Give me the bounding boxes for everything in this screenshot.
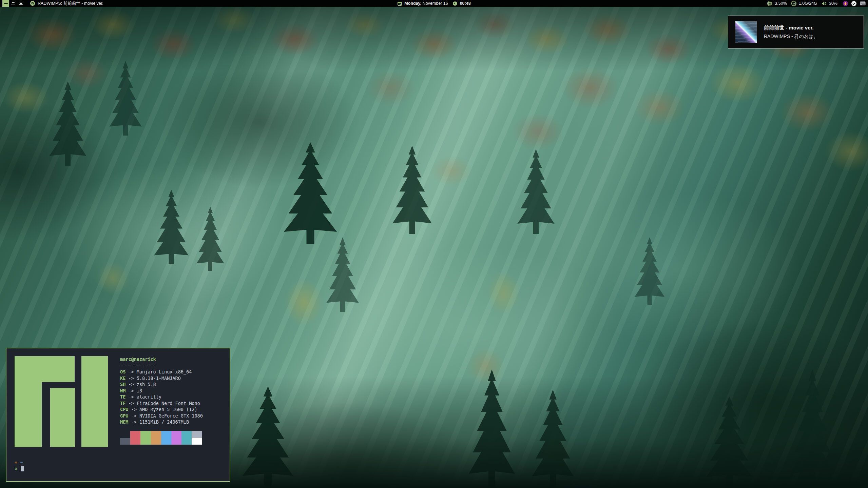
notification-title: 前前前世 - movie ver. (764, 25, 818, 31)
user-host-label: marc@nazarick (120, 356, 203, 363)
palette-swatch (161, 438, 171, 445)
neofetch-output: marc@nazarick ------------- OS -> Manjar… (15, 356, 230, 447)
palette-swatch (151, 438, 161, 445)
workspace-2-button[interactable] (10, 0, 17, 7)
alacritty-terminal-window: marc@nazarick ------------- OS -> Manjar… (6, 348, 230, 482)
shell-prompt[interactable]: » ~ λ (15, 459, 230, 472)
bar-right-modules: CPU 3.50% 1,0G/24G (767, 1, 866, 6)
palette-swatch (130, 438, 140, 445)
time-label: 00:48 (460, 1, 471, 6)
palette-swatch (161, 431, 171, 438)
speaker-icon (822, 1, 827, 6)
memory-module: 1,0G/24G (791, 1, 817, 6)
cpu-chip-icon: CPU (767, 1, 772, 6)
calendar-icon (397, 1, 402, 6)
manjaro-logo (15, 356, 110, 447)
info-line-font: TF -> FiraCode Nerd Font Mono (120, 400, 203, 407)
clock-icon (453, 1, 457, 6)
spotify-now-playing-module[interactable]: RADWIMPS: 前前前世 - movie ver. (30, 1, 103, 6)
cpu-module: CPU 3.50% (767, 1, 787, 6)
info-line-terminal: TE -> alacritty (120, 394, 203, 400)
spotify-icon (30, 1, 35, 6)
datetime-module: Monday, November 16 00:48 (397, 0, 470, 7)
palette-swatch (171, 431, 181, 438)
date-label: Monday, November 16 (404, 1, 448, 6)
keyboard-layout-icon[interactable] (860, 1, 866, 5)
bar-left-modules: RADWIMPS: 前前前世 - movie ver. (2, 0, 103, 7)
workspace-1-button[interactable] (2, 0, 9, 7)
memory-chip-icon (791, 1, 796, 6)
palette-swatch (192, 431, 202, 438)
firefox-flame-icon[interactable] (843, 1, 848, 6)
palette-swatch (192, 438, 202, 445)
neofetch-info: marc@nazarick ------------- OS -> Manjar… (120, 356, 203, 445)
palette-swatch (140, 438, 151, 445)
info-line-os: OS -> Manjaro Linux x86_64 (120, 369, 203, 375)
info-line-kernel: KE -> 5.8.18-1-MANJARO (120, 375, 203, 382)
info-line-gpu: GPU -> NVIDIA GeForce GTX 1080 (120, 413, 203, 419)
palette-swatch (120, 431, 130, 438)
info-line-cpu: CPU -> AMD Ryzen 5 1600 (12) (120, 406, 203, 413)
album-art-your-name (735, 21, 757, 43)
cpu-usage-label: 3.50% (775, 1, 787, 6)
palette-swatch (120, 438, 130, 445)
palette-swatch (151, 431, 161, 438)
volume-level-label: 30% (829, 1, 837, 6)
notification-text: 前前前世 - movie ver. RADWIMPS - 君の名は。 (764, 25, 818, 39)
terminal-color-palette (120, 431, 203, 445)
music-notification-popup[interactable]: 前前前世 - movie ver. RADWIMPS - 君の名は。 (728, 16, 864, 48)
now-playing-label: RADWIMPS: 前前前世 - movie ver. (38, 1, 103, 6)
notification-body: RADWIMPS - 君の名は。 (764, 34, 818, 39)
prompt-input-line[interactable]: λ (15, 466, 230, 472)
palette-swatch (181, 431, 192, 438)
prompt-path-line: » ~ (15, 459, 230, 466)
palette-swatch (140, 431, 151, 438)
info-line-wm: WM -> i3 (120, 388, 203, 394)
workspace-3-button[interactable] (17, 0, 24, 7)
polybar-top-bar: RADWIMPS: 前前前世 - movie ver. Monday, Nove… (0, 0, 868, 7)
palette-swatch (171, 438, 181, 445)
info-line-memory: MEM -> 1151MiB / 24067MiB (120, 419, 203, 425)
separator-line: ------------- (120, 363, 203, 369)
svg-text:CPU: CPU (769, 3, 771, 4)
terminal-cursor (21, 466, 24, 471)
verified-check-icon[interactable] (851, 1, 856, 6)
info-line-shell: SH -> zsh 5.8 (120, 381, 203, 388)
memory-usage-label: 1,0G/24G (799, 1, 817, 6)
system-tray (843, 1, 866, 6)
palette-swatch (130, 431, 140, 438)
volume-module[interactable]: 30% (822, 1, 837, 6)
palette-swatch (181, 438, 192, 445)
